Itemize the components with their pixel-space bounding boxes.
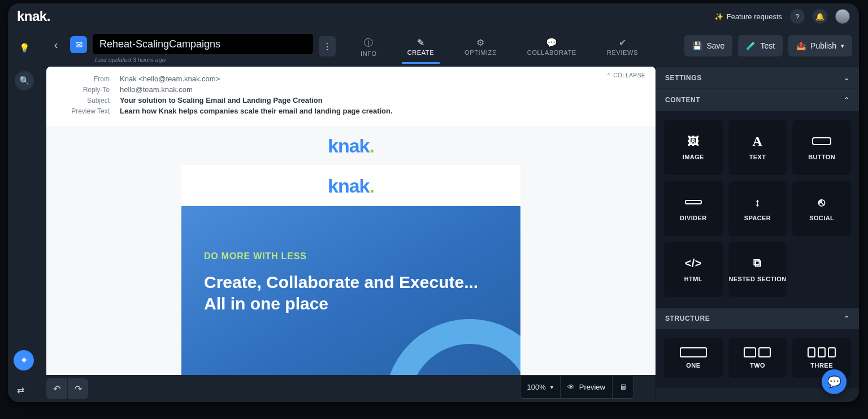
lightbulb-icon: 💡 xyxy=(19,43,30,53)
divider-icon xyxy=(684,195,703,209)
create-icon: ✎ xyxy=(417,37,425,48)
brand-logo: knak. xyxy=(17,8,50,24)
email-canvas[interactable]: ⌃ COLLAPSE FromKnak <hello@team.knak.com… xyxy=(46,67,656,375)
content-tile-nested[interactable]: ⧉ NESTED SECTION xyxy=(728,242,787,297)
save-label: Save xyxy=(706,41,724,50)
undo-icon: ↶ xyxy=(53,383,60,394)
structure-tile-two[interactable]: TWO xyxy=(728,338,787,378)
value-from[interactable]: Knak <hello@team.knak.com> xyxy=(120,75,220,83)
more-options-button[interactable]: ⋮ xyxy=(319,36,336,56)
tab-info-label: INFO xyxy=(361,50,377,57)
panel-structure-header[interactable]: STRUCTURE ⌃ xyxy=(656,308,859,329)
info-icon: ⓘ xyxy=(364,37,374,49)
rail-search-button[interactable]: 🔍 xyxy=(15,71,34,90)
value-subject[interactable]: Your solution to Scaling Email and Landi… xyxy=(120,96,323,104)
chevron-down-icon: ▾ xyxy=(550,384,553,390)
tab-create[interactable]: ✎ CREATE xyxy=(407,37,434,57)
email-body[interactable]: knak. knak. DO MORE WITH LESS Create, Co… xyxy=(46,126,656,375)
content-tile-image[interactable]: 🖼 IMAGE xyxy=(664,120,723,175)
chevron-down-icon: ▾ xyxy=(841,42,844,50)
chevron-up-icon: ⌃ xyxy=(844,315,850,322)
tab-optimize-label: OPTIMIZE xyxy=(465,49,497,56)
sparkle-icon: ✨ xyxy=(714,12,723,21)
collaborate-icon: 💬 xyxy=(546,37,558,48)
rail-hint-button[interactable]: 💡 xyxy=(15,38,34,58)
tab-create-label: CREATE xyxy=(407,49,434,56)
content-tile-button[interactable]: BUTTON xyxy=(792,120,851,175)
help-fab[interactable]: 💬 xyxy=(822,369,847,394)
undo-button[interactable]: ↶ xyxy=(46,378,67,399)
envelope-icon: ✉ xyxy=(75,40,83,50)
content-tile-spacer[interactable]: ↕ SPACER xyxy=(728,181,787,236)
test-label: Test xyxy=(760,41,775,50)
hero-headline-1: Create, Collaborate and Execute... xyxy=(204,272,498,293)
rail-swap-button[interactable]: ⇄ xyxy=(17,385,24,395)
rail-magic-button[interactable]: ✦ xyxy=(14,350,34,370)
content-tile-text[interactable]: A TEXT xyxy=(728,120,787,175)
email-hero-section[interactable]: DO MORE WITH LESS Create, Collaborate an… xyxy=(181,206,520,375)
content-tile-social[interactable]: ⎋ SOCIAL xyxy=(792,181,851,236)
redo-icon: ↷ xyxy=(75,383,82,394)
left-rail: 💡 🔍 xyxy=(8,29,41,402)
structure-one-label: ONE xyxy=(686,362,700,369)
value-preview[interactable]: Learn how Knak helps companies scale the… xyxy=(120,107,393,115)
wand-icon: ✦ xyxy=(20,354,28,366)
tab-info[interactable]: ⓘ INFO xyxy=(361,37,377,57)
label-preview: Preview Text xyxy=(58,107,110,115)
panel-settings-header[interactable]: SETTINGS ⌄ xyxy=(656,67,859,89)
help-button[interactable]: ? xyxy=(790,9,805,24)
publish-label: Publish xyxy=(810,41,836,50)
tab-collaborate[interactable]: 💬 COLLABORATE xyxy=(527,37,576,57)
label-replyto: Reply-To xyxy=(58,86,110,94)
tab-reviews[interactable]: ✔ REVIEWS xyxy=(607,37,638,57)
hero-headline-2: All in one place xyxy=(204,293,498,315)
three-column-icon xyxy=(808,347,836,357)
two-column-icon xyxy=(744,347,771,357)
hero-eyebrow: DO MORE WITH LESS xyxy=(204,251,498,261)
collapse-toggle[interactable]: ⌃ COLLAPSE xyxy=(606,72,645,78)
preview-label: Preview xyxy=(579,383,605,391)
tile-image-label: IMAGE xyxy=(683,154,704,160)
panel-content-header[interactable]: CONTENT ⌃ xyxy=(656,89,859,111)
share-icon: ⎋ xyxy=(812,195,831,209)
publish-icon: 📤 xyxy=(796,41,806,50)
content-tile-divider[interactable]: DIVIDER xyxy=(664,181,723,236)
redo-button[interactable]: ↷ xyxy=(68,378,88,399)
value-replyto[interactable]: hello@team.knak.com xyxy=(120,85,193,94)
save-button[interactable]: 💾 Save xyxy=(684,35,732,56)
test-button[interactable]: 🧪 Test xyxy=(738,35,783,56)
optimize-icon: ⚙ xyxy=(476,37,485,48)
feature-requests-link[interactable]: ✨ Feature requests xyxy=(714,12,782,21)
content-tile-html[interactable]: </> HTML xyxy=(664,242,723,297)
publish-button[interactable]: 📤 Publish ▾ xyxy=(788,35,852,56)
search-icon: 🔍 xyxy=(19,76,30,86)
notifications-button[interactable]: 🔔 xyxy=(813,9,827,24)
zoom-select[interactable]: 100% ▾ xyxy=(520,376,560,398)
device-toggle[interactable]: 🖥 xyxy=(612,376,633,398)
eye-icon: 👁 xyxy=(567,383,575,391)
tile-text-label: TEXT xyxy=(749,154,766,160)
user-avatar[interactable] xyxy=(835,9,850,24)
label-subject: Subject xyxy=(58,97,110,104)
panel-settings-label: SETTINGS xyxy=(665,74,702,82)
chevron-up-icon: ⌃ xyxy=(606,72,611,78)
question-icon: ? xyxy=(795,12,799,21)
structure-tile-one[interactable]: ONE xyxy=(664,338,723,378)
workflow-tabs: ⓘ INFO ✎ CREATE ⚙ OPTIMIZE 💬 COLLABORATE… xyxy=(361,37,638,57)
image-icon: 🖼 xyxy=(684,134,703,148)
feature-requests-label: Feature requests xyxy=(727,12,782,21)
tile-social-label: SOCIAL xyxy=(809,215,834,221)
asset-title-input[interactable] xyxy=(93,34,313,54)
asset-type-badge: ✉ xyxy=(70,36,87,53)
preview-button[interactable]: 👁 Preview xyxy=(560,376,612,398)
bell-icon: 🔔 xyxy=(815,12,824,21)
back-button[interactable]: ‹ xyxy=(47,36,64,53)
spacer-icon: ↕ xyxy=(748,195,767,209)
text-icon: A xyxy=(748,134,767,148)
email-outer-logo: knak. xyxy=(328,135,374,157)
collapse-label: COLLAPSE xyxy=(613,72,645,78)
tile-divider-label: DIVIDER xyxy=(680,215,706,221)
save-icon: 💾 xyxy=(692,41,702,50)
dots-vertical-icon: ⋮ xyxy=(323,41,332,52)
tab-optimize[interactable]: ⚙ OPTIMIZE xyxy=(465,37,497,57)
